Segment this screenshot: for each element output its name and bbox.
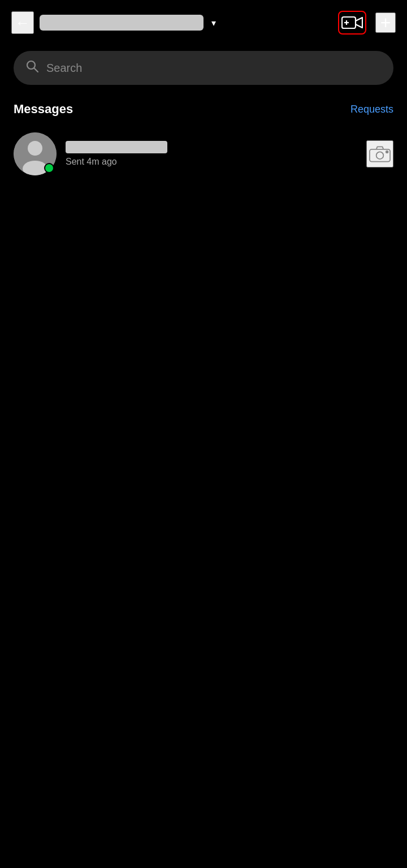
username-pill	[40, 15, 204, 31]
search-bar[interactable]: Search	[14, 51, 393, 85]
camera-button[interactable]	[366, 140, 393, 167]
svg-point-10	[386, 151, 388, 153]
message-timestamp: Sent 4m ago	[66, 157, 357, 167]
search-input-placeholder: Search	[46, 62, 82, 75]
svg-point-9	[376, 152, 384, 159]
search-icon	[26, 60, 38, 76]
messages-section-header: Messages Requests	[0, 96, 407, 126]
camera-icon	[369, 144, 391, 164]
new-chat-button[interactable]: +	[375, 12, 396, 33]
avatar-container	[14, 132, 57, 175]
contact-name-bar	[66, 141, 167, 153]
back-arrow-icon: ←	[15, 14, 30, 32]
chevron-down-icon[interactable]: ▾	[211, 18, 216, 28]
header-actions: +	[338, 11, 396, 35]
header: ← ▾ +	[0, 0, 407, 45]
plus-icon: +	[380, 14, 391, 32]
video-call-button[interactable]	[338, 11, 366, 35]
svg-point-6	[28, 141, 42, 156]
messages-title: Messages	[14, 102, 73, 117]
message-list: Sent 4m ago	[0, 126, 407, 182]
svg-line-4	[34, 68, 38, 72]
search-container: Search	[0, 45, 407, 96]
video-camera-icon	[341, 13, 363, 32]
message-content: Sent 4m ago	[66, 141, 357, 167]
back-button[interactable]: ←	[11, 11, 34, 34]
requests-link[interactable]: Requests	[350, 104, 393, 115]
table-row[interactable]: Sent 4m ago	[8, 126, 399, 182]
online-status-badge	[44, 163, 54, 173]
